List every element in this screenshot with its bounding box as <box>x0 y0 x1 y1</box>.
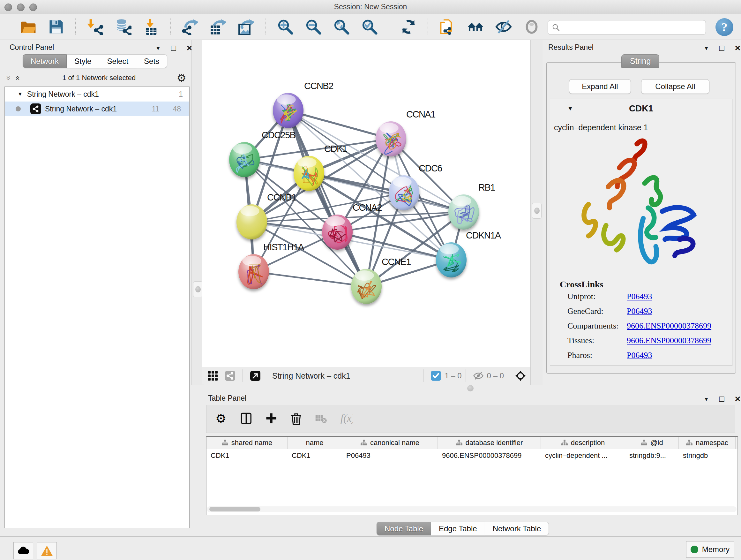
network-collection-row[interactable]: ▼ String Network – cdk1 1 <box>5 87 189 102</box>
column-header-canonical-name[interactable]: canonical name <box>342 437 438 449</box>
control-panel-float-icon[interactable] <box>171 44 176 52</box>
tab-node-table[interactable]: Node Table <box>377 522 431 536</box>
node-CDKN1A[interactable]: CDKN1A <box>436 230 501 277</box>
show-columns-icon[interactable] <box>240 412 254 426</box>
table-cell[interactable]: P06493 <box>342 449 438 462</box>
import-network-database-icon[interactable] <box>115 18 131 35</box>
apply-layout-icon[interactable] <box>400 18 417 35</box>
export-network-icon[interactable] <box>182 18 199 35</box>
table-cell[interactable]: stringdb <box>679 449 736 462</box>
collapse-all-button[interactable]: Collapse All <box>641 79 710 94</box>
control-panel-collapse-icon[interactable] <box>155 44 161 52</box>
zoom-in-icon[interactable] <box>277 18 293 35</box>
delete-table-icon[interactable] <box>315 412 328 426</box>
column-header-shared-name[interactable]: shared name <box>206 437 287 449</box>
right-splitter[interactable] <box>530 40 543 385</box>
shared-column-icon <box>641 439 648 446</box>
search-box[interactable] <box>548 20 706 35</box>
delete-column-icon[interactable] <box>290 412 304 426</box>
tab-string[interactable]: String <box>621 54 659 68</box>
show-panel-icon[interactable] <box>523 18 540 35</box>
crosslink-label: Uniprot: <box>567 292 596 301</box>
crosslink-label: Tissues: <box>567 336 594 345</box>
node-RB1[interactable]: RB1 <box>448 182 495 230</box>
table-cell[interactable]: CDK1 <box>287 449 342 462</box>
crosslink-link[interactable]: P06493 <box>627 307 652 316</box>
results-panel-close-icon[interactable] <box>735 45 741 52</box>
table-cell[interactable]: stringdb:9... <box>625 449 679 462</box>
open-session-icon[interactable] <box>20 18 37 35</box>
import-table-icon[interactable] <box>143 18 159 35</box>
selected-count: 1 – 0 <box>445 371 461 380</box>
table-row[interactable]: CDK1CDK1P064939606.ENSP00000378699cyclin… <box>206 449 738 462</box>
tab-sets[interactable]: Sets <box>136 54 167 68</box>
node-label-CDC6: CDC6 <box>419 163 442 173</box>
results-panel-collapse-icon[interactable] <box>704 44 709 52</box>
table-horizontal-scrollbar[interactable] <box>207 506 737 512</box>
grid-view-icon[interactable] <box>207 370 218 381</box>
left-splitter-handle[interactable] <box>193 281 203 297</box>
import-network-icon[interactable] <box>87 18 104 35</box>
node-CCNB1[interactable]: CCNB1 <box>237 192 296 240</box>
crosslink-link[interactable]: P06493 <box>627 292 652 301</box>
tab-style[interactable]: Style <box>67 54 99 68</box>
column-header-description[interactable]: description <box>541 437 625 449</box>
tab-network-table[interactable]: Network Table <box>485 522 549 536</box>
collection-expand-icon[interactable]: ▼ <box>17 91 23 97</box>
tab-edge-table[interactable]: Edge Table <box>431 522 485 536</box>
node-label-CCNA1: CCNA1 <box>406 109 435 119</box>
node-HIST1H1A[interactable]: HIST1H1A <box>239 242 305 289</box>
column-header-database-identifier[interactable]: database identifier <box>438 437 541 449</box>
hide-panel-icon[interactable] <box>495 18 512 35</box>
crosslink-link[interactable]: 9606.ENSP00000378699 <box>627 336 711 346</box>
function-builder-icon[interactable]: f(x) <box>340 412 353 426</box>
tab-network[interactable]: Network <box>23 54 67 68</box>
expand-all-button[interactable]: Expand All <box>569 79 631 94</box>
crosslink-link[interactable]: P06493 <box>627 351 652 360</box>
table-cell[interactable]: 9606.ENSP00000378699 <box>438 449 541 462</box>
export-table-icon[interactable] <box>210 18 226 35</box>
save-session-icon[interactable] <box>48 18 64 35</box>
node-CCNA1[interactable]: CCNA1 <box>376 109 435 157</box>
table-panel-close-icon[interactable] <box>735 395 741 403</box>
node-table[interactable]: shared namenamecanonical namedatabase id… <box>206 436 738 515</box>
search-input[interactable] <box>562 21 705 34</box>
right-splitter-handle[interactable] <box>532 203 542 219</box>
cdk1-entry-header[interactable]: ▼ CDK1 <box>550 99 732 119</box>
table-cell[interactable]: cyclin–dependent ... <box>541 449 625 462</box>
control-panel: Control Panel NetworkStyleSelectSets » »… <box>0 40 192 541</box>
crosslink-link[interactable]: 9606.ENSP00000378699 <box>627 321 711 331</box>
zoom-selected-icon[interactable] <box>361 18 378 35</box>
table-panel-collapse-icon[interactable] <box>704 395 709 403</box>
horizontal-splitter-handle[interactable] <box>467 385 474 391</box>
cybrowser-home-icon[interactable] <box>467 18 484 35</box>
node-CCNE1[interactable]: CCNE1 <box>351 257 411 304</box>
help-button[interactable]: ? <box>716 18 733 36</box>
table-settings-icon[interactable]: ⚙ <box>215 412 229 426</box>
column-header-name[interactable]: name <box>287 437 342 449</box>
zoom-out-icon[interactable] <box>305 18 322 35</box>
network-options-gear-icon[interactable]: ⚙ <box>177 71 186 84</box>
column-header-@id[interactable]: @id <box>625 437 679 449</box>
export-image-icon[interactable] <box>238 18 255 35</box>
network-canvas[interactable]: CCNB2CCNA1CDC25BCDK1CDC6RB1CCNB1CCNA2CDK… <box>202 40 530 367</box>
open-in-window-icon[interactable] <box>250 370 261 381</box>
collapse-all-networks-icon[interactable]: » <box>12 76 22 80</box>
birds-eye-crosshair-icon[interactable] <box>515 370 526 381</box>
node-label-HIST1H1A: HIST1H1A <box>263 242 305 252</box>
column-header-namespac[interactable]: namespac <box>679 437 736 449</box>
results-panel-float-icon[interactable] <box>719 44 724 52</box>
network-compare-icon[interactable] <box>439 18 456 35</box>
table-panel-float-icon[interactable] <box>719 395 724 403</box>
add-column-icon[interactable] <box>265 412 279 426</box>
scrollbar-thumb[interactable] <box>209 507 260 511</box>
table-cell[interactable]: CDK1 <box>206 449 287 462</box>
network-row-selected[interactable]: String Network – cdk1 11 48 <box>5 102 189 116</box>
string-view-icon[interactable] <box>225 370 235 381</box>
warning-button[interactable] <box>37 542 57 559</box>
zoom-fit-icon[interactable] <box>333 18 350 35</box>
selected-checkbox-icon[interactable] <box>430 370 441 381</box>
memory-button[interactable]: Memory <box>686 541 734 558</box>
tab-select[interactable]: Select <box>99 54 136 68</box>
cloud-button[interactable] <box>13 542 33 559</box>
